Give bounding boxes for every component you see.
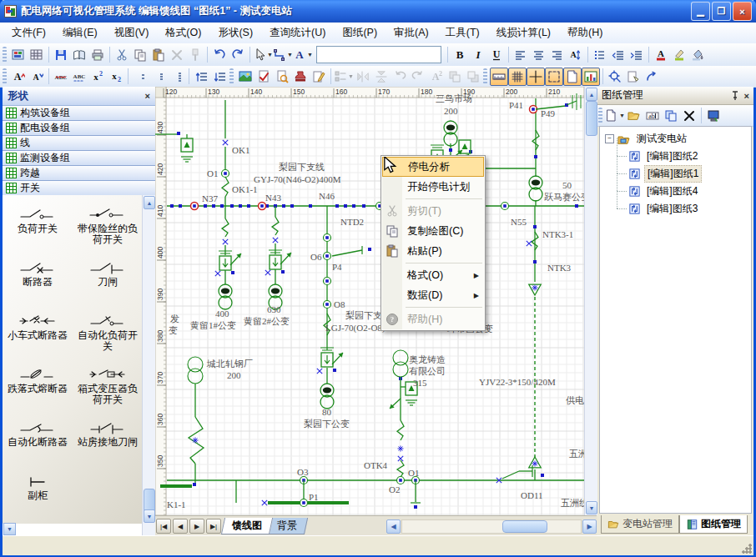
dropdown-arrow-icon[interactable]: ▼: [348, 73, 354, 79]
shape-item[interactable]: 带保险丝的负荷开关: [73, 207, 142, 260]
properties-button[interactable]: [624, 68, 643, 86]
tree-root-substation[interactable]: − 测试变电站: [600, 130, 751, 148]
menu-item[interactable]: 编辑(E): [54, 23, 106, 43]
minimize-button[interactable]: ▁: [691, 2, 710, 21]
bullets-button[interactable]: [591, 46, 609, 64]
flip-h-button[interactable]: [354, 68, 372, 86]
shape-item[interactable]: 自动化负荷开关: [73, 314, 142, 367]
menu-item[interactable]: 文件(F): [3, 23, 54, 43]
toolbar-handle[interactable]: [3, 47, 7, 63]
cut-button[interactable]: [113, 46, 131, 64]
shape-item[interactable]: 断路器: [3, 260, 72, 314]
superscript-button[interactable]: x2: [88, 68, 107, 86]
close-button[interactable]: ×: [733, 2, 752, 21]
rotate-left-button[interactable]: [391, 68, 409, 86]
delete-button[interactable]: [168, 46, 186, 64]
dropdown-arrow-icon[interactable]: ▼: [307, 52, 313, 58]
chart-button[interactable]: [582, 68, 600, 86]
last-page-button[interactable]: ▶|: [206, 519, 221, 534]
table-button[interactable]: [28, 46, 46, 64]
context-menu-item[interactable]: 数据(D)▶: [382, 285, 484, 305]
align-left-button[interactable]: [512, 46, 530, 64]
align-right-button[interactable]: [548, 46, 567, 64]
spacing3-button[interactable]: [168, 68, 186, 86]
menu-item[interactable]: 工具(T): [437, 23, 488, 43]
bring-front-button[interactable]: [446, 68, 464, 86]
font-down-button[interactable]: A: [28, 68, 46, 86]
image-button[interactable]: [236, 68, 255, 86]
toolbar-handle[interactable]: [483, 68, 487, 84]
underline-button[interactable]: U: [487, 46, 506, 64]
print-button[interactable]: [88, 46, 107, 64]
align-center-button[interactable]: [530, 46, 548, 64]
shape-item[interactable]: 负荷开关: [3, 207, 72, 260]
tree-expander-icon[interactable]: −: [605, 134, 614, 143]
font-a-button[interactable]: A▼: [293, 46, 313, 64]
context-menu-item[interactable]: 粘贴(P): [382, 241, 484, 261]
scroll-up-icon[interactable]: ▲: [586, 88, 597, 101]
preview-button[interactable]: [70, 46, 88, 64]
spacing2-button[interactable]: [149, 68, 168, 86]
font-color-button[interactable]: A: [652, 46, 670, 64]
page-button[interactable]: [563, 68, 582, 86]
send-back-button[interactable]: [464, 68, 482, 86]
shape-group-item[interactable]: 配电设备组: [3, 121, 155, 136]
font-size-button[interactable]: A2: [427, 68, 446, 86]
shape-group-item[interactable]: 线: [3, 136, 155, 151]
pointer-button[interactable]: ▼: [253, 46, 273, 64]
menu-item[interactable]: 帮助(H): [559, 23, 611, 43]
position-button[interactable]: ▼: [334, 68, 354, 86]
canvas-vertical-scrollbar[interactable]: ▲ ▼: [584, 87, 597, 515]
menu-item[interactable]: 形状(S): [209, 23, 261, 43]
shape-item[interactable]: 副柜: [3, 474, 72, 524]
canvas-tab[interactable]: 馈线图: [221, 518, 273, 534]
edit-button[interactable]: [310, 68, 328, 86]
resize-grip[interactable]: [741, 543, 752, 554]
tree-item-drawing[interactable]: [编辑]图纸2: [628, 148, 751, 165]
vspace-down-button[interactable]: [210, 68, 229, 86]
menu-item[interactable]: 审批(A): [386, 23, 437, 43]
delete-drawing-button[interactable]: [680, 107, 698, 125]
diagram-canvas[interactable]: 1201301401501601701801902002104304204104…: [155, 87, 584, 515]
redo-button[interactable]: [229, 46, 247, 64]
connect-button[interactable]: [643, 68, 661, 86]
dropdown-arrow-icon[interactable]: ▼: [287, 52, 293, 58]
bold-button[interactable]: B: [451, 46, 469, 64]
connector-button[interactable]: ▼: [273, 46, 293, 64]
format-painter-button[interactable]: [186, 46, 204, 64]
indent-button[interactable]: [627, 46, 646, 64]
tree-item-drawing[interactable]: [编辑]图纸3: [628, 200, 751, 218]
dropdown-arrow-icon[interactable]: ▼: [619, 113, 625, 118]
new-drawing-button[interactable]: ▼: [605, 107, 625, 125]
shapes-close-icon[interactable]: ×: [145, 91, 150, 101]
scroll-down-icon[interactable]: ▼: [586, 501, 597, 514]
strike-button[interactable]: ABC: [52, 68, 70, 86]
font-up-button[interactable]: A: [9, 68, 28, 86]
marquee-button[interactable]: [545, 68, 563, 86]
shape-item[interactable]: 小车式断路器: [3, 314, 72, 367]
undo-button[interactable]: [210, 46, 229, 64]
style-combo-input[interactable]: [316, 46, 441, 63]
flip-v-button[interactable]: [372, 68, 391, 86]
cross-button[interactable]: [527, 68, 545, 86]
scroll-up-icon[interactable]: ▲: [144, 196, 155, 209]
maximize-button[interactable]: ❐: [712, 2, 731, 21]
panel-tab-substation-manager[interactable]: 变电站管理: [601, 515, 679, 534]
shape-item[interactable]: 站房接地刀闸: [73, 420, 142, 474]
scroll-left-icon[interactable]: ◀: [386, 519, 401, 534]
shape-group-item[interactable]: 构筑设备组: [3, 106, 155, 121]
tree-item-drawing[interactable]: [编辑]图纸1: [628, 165, 751, 183]
toolbar-handle[interactable]: [229, 68, 234, 84]
shape-group-item[interactable]: 跨越: [3, 166, 155, 181]
tree-item-drawing[interactable]: [编辑]图纸4: [628, 183, 751, 200]
next-page-button[interactable]: ▶: [189, 519, 204, 534]
shape-item[interactable]: 跌落式熔断器: [3, 367, 72, 420]
copy-drawing-button[interactable]: [662, 107, 680, 125]
ruler-button[interactable]: [490, 68, 508, 86]
context-menu-item[interactable]: ?帮助(H): [382, 309, 484, 329]
vspace-up-button[interactable]: [192, 68, 210, 86]
context-menu-item[interactable]: 复制绘图(C): [382, 221, 484, 241]
panel-close-icon[interactable]: ×: [744, 91, 749, 101]
menu-item[interactable]: 视图(V): [106, 23, 158, 43]
shape-item[interactable]: 刀闸: [73, 260, 142, 314]
